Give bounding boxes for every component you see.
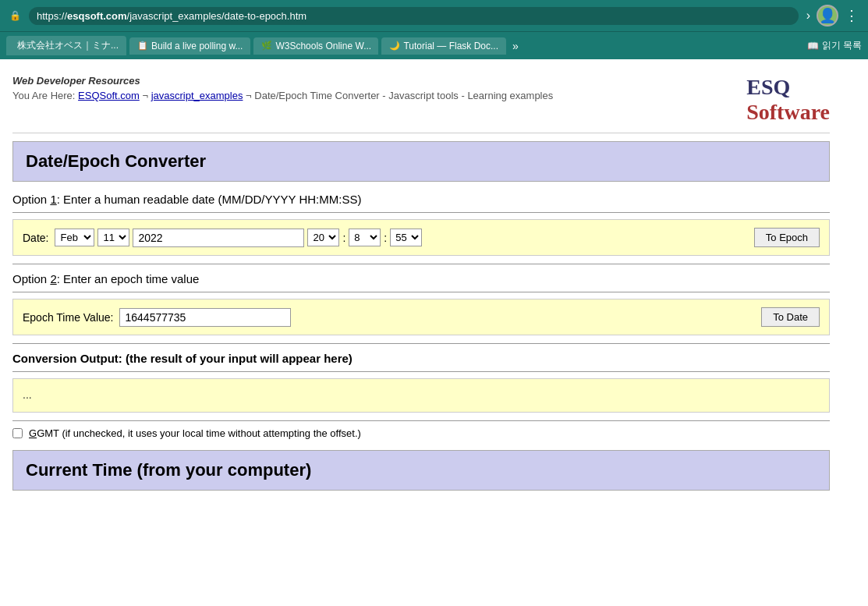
epoch-inputs: Epoch Time Value:: [23, 308, 291, 327]
output-label: Conversion Output: (the result of your i…: [12, 352, 830, 365]
url-path: /javascript_examples/date-to-epoch.htm: [127, 10, 307, 22]
date-label: Date:: [23, 232, 48, 244]
avatar[interactable]: 👤: [817, 5, 838, 27]
epoch-input[interactable]: [119, 308, 291, 327]
breadcrumb-link-esqsoft[interactable]: ESQSoft.com: [78, 90, 140, 101]
divider-3: [12, 292, 830, 292]
divider-5: [12, 371, 830, 372]
tab-3[interactable]: 🌿 W3Schools Online W...: [253, 37, 378, 55]
gmt-row: GGMT (if unchecked, it uses your local t…: [12, 427, 830, 439]
tab-3-favicon: 🌿: [261, 41, 272, 51]
lock-icon: 🔒: [9, 10, 21, 21]
option1-text-rest: : Enter a human readable date (MM/DD/YYY…: [57, 193, 362, 206]
output-box: ...: [12, 378, 830, 413]
gmt-underline: G: [29, 427, 37, 439]
gmt-checkbox[interactable]: [12, 428, 23, 438]
option1-num: 1: [50, 193, 56, 206]
epoch-label: Epoch Time Value:: [23, 311, 113, 324]
option2-label: Option 2: Enter an epoch time value: [12, 272, 830, 285]
epoch-input-row: Epoch Time Value: To Date: [12, 299, 830, 335]
option1-label: Option 1: Enter a human readable date (M…: [12, 193, 830, 206]
site-header: Web Developer Resources You Are Here: ES…: [12, 67, 830, 133]
address-bar[interactable]: https://esqsoft.com/javascript_examples/…: [29, 7, 799, 25]
colon-1: :: [342, 232, 345, 244]
option2-text-prefix: Option: [12, 272, 50, 285]
breadcrumb-rest: ¬ Date/Epoch Time Converter - Javascript…: [246, 90, 553, 101]
month-select[interactable]: JanFebMarAprMayJunJulAugSepOctNovDec: [55, 229, 94, 246]
reading-list-icon: 📖: [807, 41, 819, 51]
breadcrumb-sep1: ¬: [142, 90, 151, 101]
tab-2-label: Build a live polling w...: [151, 41, 243, 51]
tab-1[interactable]: 株式会社オベス｜ミナ...: [6, 36, 126, 55]
browser-icons: › 👤 ⋮: [806, 5, 859, 27]
minute-select[interactable]: 0123456789101112131415161718192021222324…: [349, 229, 381, 246]
breadcrumb-block: Web Developer Resources You Are Here: ES…: [12, 75, 553, 101]
breadcrumb-link-js-examples[interactable]: javascript_examples: [151, 90, 243, 101]
divider-6: [12, 420, 830, 421]
main-heading: Date/Epoch Converter: [12, 141, 830, 182]
logo-soft: Software: [746, 100, 830, 124]
gmt-label: GGMT (if unchecked, it uses your local t…: [29, 427, 361, 439]
option2-num: 2: [50, 272, 56, 285]
to-epoch-button[interactable]: To Epoch: [754, 228, 820, 247]
output-value: ...: [23, 388, 32, 401]
option2-text-rest: : Enter an epoch time value: [57, 272, 200, 285]
second-select[interactable]: 0510152025303540455055: [390, 229, 422, 246]
reading-list[interactable]: 📖 읽기 목록: [807, 39, 862, 52]
url-domain: esqsoft.com: [67, 10, 127, 22]
url-prefix: https://: [37, 10, 67, 22]
tab-4-label: Tutorial — Flask Doc...: [403, 41, 498, 51]
reading-list-label: 읽기 목록: [822, 39, 862, 52]
colon-2: :: [384, 232, 387, 244]
breadcrumb-prefix: You Are Here:: [12, 90, 78, 101]
more-icon[interactable]: ›: [806, 9, 810, 23]
logo: ESQ Software: [746, 75, 830, 125]
tab-1-label: 株式会社オベス｜ミナ...: [17, 39, 119, 52]
tab-2[interactable]: 📋 Build a live polling w...: [129, 37, 250, 55]
hour-select[interactable]: 01234567891011121314151617181920212223: [307, 229, 339, 246]
logo-esq: ESQ: [746, 75, 790, 99]
tab-4[interactable]: 🌙 Tutorial — Flask Doc...: [381, 37, 506, 55]
divider-1: [12, 212, 830, 213]
year-input[interactable]: [133, 229, 304, 247]
option1-text-prefix: Option: [12, 193, 50, 206]
current-time-heading: Current Time (from your computer): [12, 450, 830, 491]
tabs-more-button[interactable]: »: [512, 40, 519, 52]
browser-chrome: 🔒 https://esqsoft.com/javascript_example…: [0, 0, 868, 31]
date-input-row: Date: JanFebMarAprMayJunJulAugSepOctNovD…: [12, 219, 830, 256]
tab-2-favicon: 📋: [137, 41, 148, 51]
to-date-button[interactable]: To Date: [761, 307, 820, 327]
browser-menu-icon[interactable]: ⋮: [845, 7, 859, 24]
page-content: Web Developer Resources You Are Here: ES…: [0, 59, 842, 498]
tabs-bar: 株式会社オベス｜ミナ... 📋 Build a live polling w..…: [0, 31, 868, 59]
site-title: Web Developer Resources: [12, 75, 553, 87]
day-select[interactable]: 1234567891011121314151617181920212223242…: [97, 229, 129, 246]
breadcrumb: You Are Here: ESQSoft.com ¬ javascript_e…: [12, 90, 553, 101]
divider-2: [12, 264, 830, 264]
gmt-label-text: GMT (if unchecked, it uses your local ti…: [37, 427, 361, 439]
tab-4-favicon: 🌙: [389, 41, 400, 51]
tab-3-label: W3Schools Online W...: [275, 41, 371, 51]
date-inputs: Date: JanFebMarAprMayJunJulAugSepOctNovD…: [23, 229, 422, 247]
divider-4: [12, 343, 830, 344]
